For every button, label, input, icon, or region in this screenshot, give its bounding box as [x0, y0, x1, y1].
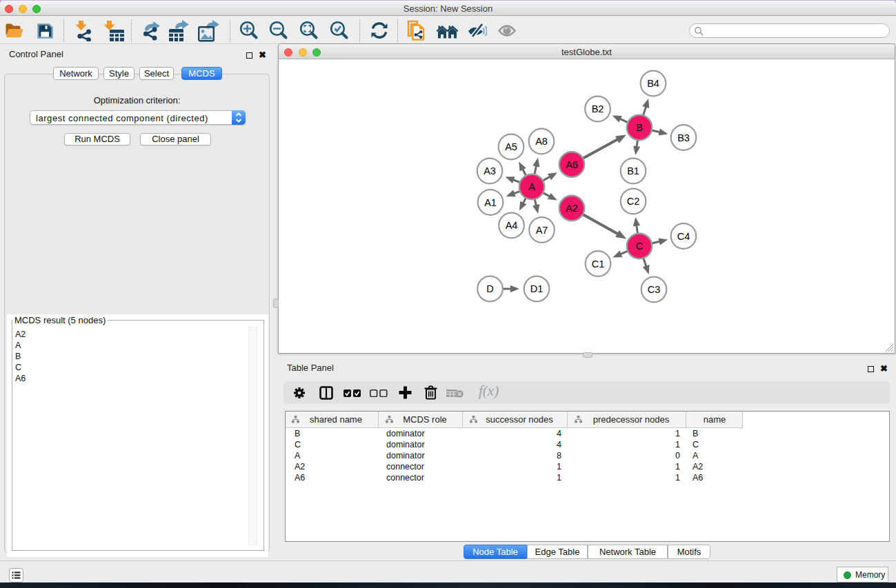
svg-text:A5: A5	[505, 141, 517, 152]
svg-text:A1: A1	[484, 197, 497, 208]
svg-text:A8: A8	[535, 136, 548, 147]
svg-text:D: D	[486, 283, 493, 294]
svg-text:A: A	[528, 181, 535, 192]
svg-text:D1: D1	[530, 283, 544, 294]
svg-text:A2: A2	[566, 203, 578, 214]
svg-text:B2: B2	[592, 103, 604, 114]
svg-text:C3: C3	[648, 284, 661, 295]
svg-text:C: C	[636, 241, 643, 252]
svg-text:B4: B4	[647, 78, 659, 89]
svg-text:C2: C2	[627, 196, 640, 207]
svg-text:B: B	[636, 122, 643, 133]
svg-text:A6: A6	[566, 159, 578, 170]
svg-text:A3: A3	[484, 165, 496, 176]
svg-text:B1: B1	[627, 165, 639, 176]
svg-text:B3: B3	[677, 132, 690, 143]
svg-text:C1: C1	[592, 258, 605, 270]
svg-text:C4: C4	[677, 231, 690, 242]
svg-text:A4: A4	[506, 220, 518, 231]
svg-text:A7: A7	[536, 225, 548, 236]
